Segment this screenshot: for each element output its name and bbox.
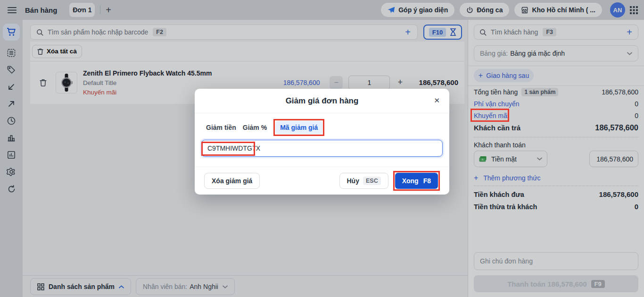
hotkey-badge-f8: F8 xyxy=(423,177,431,185)
discount-code-input[interactable]: C9TMHIWDTG7X xyxy=(201,140,443,157)
done-button[interactable]: Xong F8 xyxy=(395,173,438,189)
annotation-active-tab: Mã giảm giá xyxy=(273,119,324,136)
discount-code-value: C9TMHIWDTG7X xyxy=(207,144,260,152)
tab-discount-amount[interactable]: Giảm tiền xyxy=(206,124,236,131)
remove-discount-button[interactable]: Xóa giảm giá xyxy=(204,173,260,189)
annotation-done-button: Xong F8 xyxy=(393,171,440,191)
tab-discount-code[interactable]: Mã giảm giá xyxy=(275,121,322,134)
hotkey-badge-esc: ESC xyxy=(363,177,381,185)
discount-modal: Giảm giá đơn hàng ✕ Giảm tiền Giảm % Mã … xyxy=(195,89,449,195)
cancel-button[interactable]: Hủy ESC xyxy=(339,173,388,189)
discount-tabs: Giảm tiền Giảm % Mã giảm giá xyxy=(201,119,443,136)
tab-discount-percent[interactable]: Giảm % xyxy=(243,124,267,131)
close-icon[interactable]: ✕ xyxy=(434,96,440,105)
modal-title: Giảm giá đơn hàng xyxy=(286,96,359,106)
